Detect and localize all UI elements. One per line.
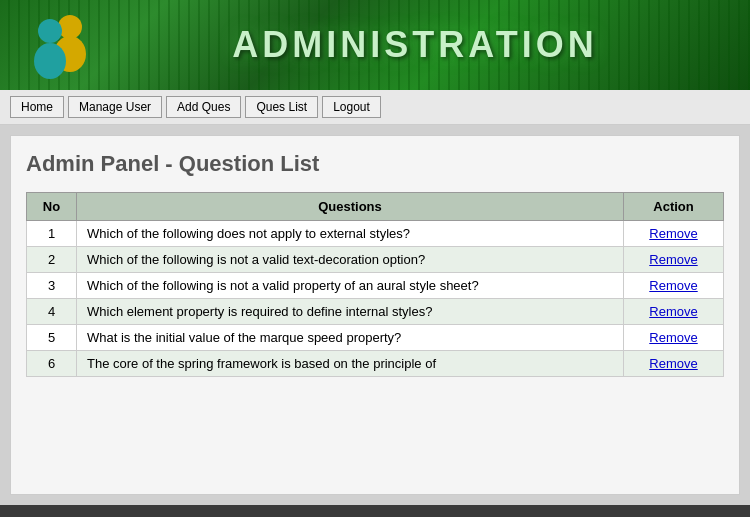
col-header-action: Action xyxy=(624,193,724,221)
header: ADMINISTRATION xyxy=(0,0,750,90)
page-title: Admin Panel - Question List xyxy=(26,151,724,177)
col-header-no: No xyxy=(27,193,77,221)
remove-link[interactable]: Remove xyxy=(649,226,697,241)
remove-link[interactable]: Remove xyxy=(649,330,697,345)
remove-link[interactable]: Remove xyxy=(649,356,697,371)
remove-link[interactable]: Remove xyxy=(649,278,697,293)
cell-question: What is the initial value of the marque … xyxy=(77,325,624,351)
remove-link[interactable]: Remove xyxy=(649,304,697,319)
header-icon xyxy=(20,9,100,82)
table-row: 2Which of the following is not a valid t… xyxy=(27,247,724,273)
svg-point-3 xyxy=(34,43,66,79)
cell-action: Remove xyxy=(624,247,724,273)
table-row: 1Which of the following does not apply t… xyxy=(27,221,724,247)
cell-question: The core of the spring framework is base… xyxy=(77,351,624,377)
table-row: 4Which element property is required to d… xyxy=(27,299,724,325)
footer: nayem Howlader xyxy=(0,505,750,517)
cell-action: Remove xyxy=(624,299,724,325)
cell-no: 5 xyxy=(27,325,77,351)
svg-point-0 xyxy=(58,15,82,39)
remove-link[interactable]: Remove xyxy=(649,252,697,267)
table-row: 3Which of the following is not a valid p… xyxy=(27,273,724,299)
cell-question: Which of the following is not a valid te… xyxy=(77,247,624,273)
table-header-row: No Questions Action xyxy=(27,193,724,221)
questions-table: No Questions Action 1Which of the follow… xyxy=(26,192,724,377)
cell-question: Which of the following is not a valid pr… xyxy=(77,273,624,299)
navbar: HomeManage UserAdd QuesQues ListLogout xyxy=(0,90,750,125)
main-content: Admin Panel - Question List No Questions… xyxy=(10,135,740,495)
cell-action: Remove xyxy=(624,221,724,247)
nav-btn-ques-list[interactable]: Ques List xyxy=(245,96,318,118)
cell-question: Which of the following does not apply to… xyxy=(77,221,624,247)
cell-no: 3 xyxy=(27,273,77,299)
table-row: 6The core of the spring framework is bas… xyxy=(27,351,724,377)
cell-action: Remove xyxy=(624,351,724,377)
cell-action: Remove xyxy=(624,325,724,351)
cell-no: 1 xyxy=(27,221,77,247)
col-header-questions: Questions xyxy=(77,193,624,221)
cell-action: Remove xyxy=(624,273,724,299)
header-title: ADMINISTRATION xyxy=(100,24,730,66)
nav-btn-logout[interactable]: Logout xyxy=(322,96,381,118)
cell-no: 2 xyxy=(27,247,77,273)
nav-btn-add-ques[interactable]: Add Ques xyxy=(166,96,241,118)
cell-question: Which element property is required to de… xyxy=(77,299,624,325)
nav-btn-home[interactable]: Home xyxy=(10,96,64,118)
table-row: 5What is the initial value of the marque… xyxy=(27,325,724,351)
cell-no: 6 xyxy=(27,351,77,377)
cell-no: 4 xyxy=(27,299,77,325)
svg-point-2 xyxy=(38,19,62,43)
nav-btn-manage-user[interactable]: Manage User xyxy=(68,96,162,118)
